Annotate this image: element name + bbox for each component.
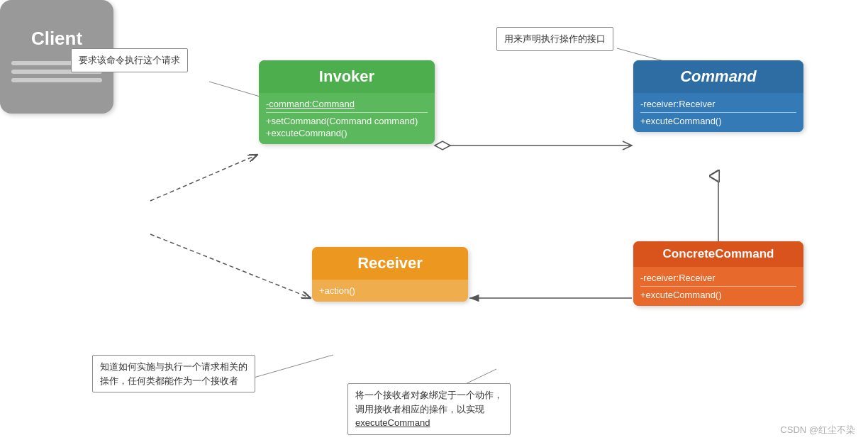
watermark: CSDN @红尘不染 <box>780 424 855 436</box>
command-body: -receiver:Receiver +excuteCommand() <box>633 93 803 132</box>
command-title: Command <box>633 60 803 93</box>
invoker-title: Invoker <box>259 60 435 93</box>
concrete-body: -receiver:Receiver +excuteCommand() <box>633 267 803 306</box>
receiver-body: +action() <box>312 280 468 302</box>
svg-line-1 <box>150 234 311 298</box>
svg-line-0 <box>150 155 257 201</box>
receiver-method1: +action() <box>319 285 461 296</box>
receiver-box: Receiver +action() <box>312 247 468 302</box>
receiver-title: Receiver <box>312 247 468 280</box>
concrete-method1: +excuteCommand() <box>640 290 796 300</box>
concrete-box: ConcreteCommand -receiver:Receiver +excu… <box>633 241 803 306</box>
svg-marker-12 <box>435 141 450 150</box>
command-method1: +excuteCommand() <box>640 116 796 126</box>
receiver-annotation: 知道如何实施与执行一个请求相关的操作，任何类都能作为一个接收者 <box>92 355 255 392</box>
command-field1: -receiver:Receiver <box>640 99 796 109</box>
invoker-annotation: 要求该命令执行这个请求 <box>71 48 188 72</box>
client-title: Client <box>31 28 82 50</box>
diagram: Invoker -command:Command +setCommand(Com… <box>0 0 868 445</box>
invoker-body: -command:Command +setCommand(Command com… <box>259 93 435 144</box>
invoker-method1: +setCommand(Command command) <box>266 116 428 126</box>
concrete-field1: -receiver:Receiver <box>640 273 796 283</box>
command-annotation: 用来声明执行操作的接口 <box>496 27 613 51</box>
invoker-field1: -command:Command <box>266 99 428 109</box>
concrete-annotation-text: 将一个接收者对象绑定于一个动作，调用接收者相应的操作，以实现executeCom… <box>355 390 503 428</box>
concrete-annotation: 将一个接收者对象绑定于一个动作，调用接收者相应的操作，以实现executeCom… <box>347 383 511 435</box>
concrete-title: ConcreteCommand <box>633 241 803 267</box>
invoker-box: Invoker -command:Command +setCommand(Com… <box>259 60 435 144</box>
invoker-method2: +excuteCommand() <box>266 128 428 138</box>
receiver-annotation-text: 知道如何实施与执行一个请求相关的操作，任何类都能作为一个接收者 <box>100 361 247 386</box>
command-box: Command -receiver:Receiver +excuteComman… <box>633 60 803 132</box>
